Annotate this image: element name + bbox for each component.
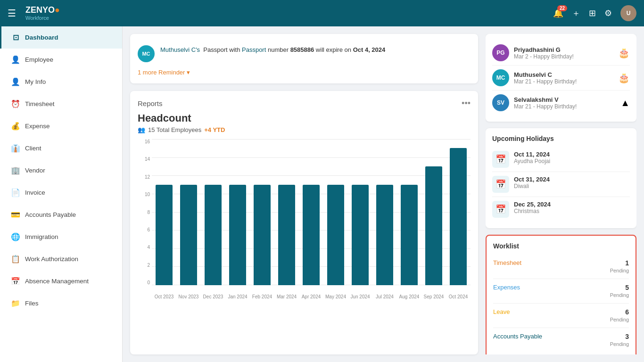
holiday-info-1: Oct 11, 2024 Ayudha Poojai bbox=[514, 151, 630, 165]
holiday-row-2: 📅 Oct 31, 2024 Diwali bbox=[492, 172, 630, 197]
notification-bell[interactable]: 🔔 22 bbox=[553, 8, 563, 18]
sidebar-item-vendor[interactable]: 🏢 Vendor bbox=[0, 159, 122, 181]
sidebar-item-client[interactable]: 👔 Client bbox=[0, 137, 122, 159]
birthday-row-mc: MC Muthuselvi C Mar 21 - Happy Birthday!… bbox=[492, 66, 630, 90]
birthday-name-pg: Priyadhashini G bbox=[514, 46, 613, 53]
sidebar-item-timesheet[interactable]: ⏰ Timesheet bbox=[0, 93, 122, 115]
birthday-name-mc: Muthuselvi C bbox=[514, 71, 613, 78]
worklist-count-leave: 6 Pending bbox=[610, 308, 629, 323]
worklist-pending-accounts-payable: Pending bbox=[610, 341, 629, 347]
worklist-pending-timesheet: Pending bbox=[610, 268, 629, 273]
sidebar-item-work-authorization[interactable]: 📋 Work Authorization bbox=[0, 248, 122, 270]
birthday-cake-icon-sv: ▲ bbox=[620, 98, 630, 108]
x-label-5: Mar 2024 bbox=[275, 294, 298, 299]
sidebar-item-expense[interactable]: 💰 Expense bbox=[0, 115, 122, 137]
x-label-12: Oct 2024 bbox=[446, 294, 470, 299]
x-label-8: Jun 2024 bbox=[348, 294, 372, 299]
sidebar-item-files[interactable]: 📁 Files bbox=[0, 292, 122, 314]
worklist-label-timesheet[interactable]: Timesheet bbox=[493, 259, 521, 266]
bar-group-6 bbox=[299, 139, 323, 285]
sidebar-item-accounts-payable[interactable]: 💳 Accounts Payable bbox=[0, 204, 122, 226]
sidebar-item-invoice[interactable]: 📄 Invoice bbox=[0, 181, 122, 204]
reminder-card: MC Muthuselvi C's Passport with Passport… bbox=[130, 34, 478, 83]
logo-text: ZENYO● bbox=[25, 6, 60, 15]
birthday-row-pg: PG Priyadhashini G Mar 2 - Happy Birthda… bbox=[492, 41, 630, 66]
x-label-0: Oct 2023 bbox=[152, 294, 176, 299]
absence-icon: 📅 bbox=[11, 277, 20, 286]
reminder-row: MC Muthuselvi C's Passport with Passport… bbox=[138, 41, 471, 66]
timesheet-icon: ⏰ bbox=[11, 99, 20, 108]
settings-icon[interactable]: ⚙ bbox=[604, 8, 612, 18]
sidebar-item-immigration[interactable]: 🌐 Immigration bbox=[0, 226, 122, 248]
birthday-cake-icon-mc: 🎂 bbox=[618, 72, 630, 83]
client-icon: 👔 bbox=[11, 144, 20, 153]
birthday-info-sv: Selvalakshmi V Mar 21 - Happy Birthday! bbox=[514, 96, 616, 110]
bar-Apr-2024[interactable] bbox=[303, 185, 320, 285]
bar-group-9 bbox=[372, 139, 397, 285]
hamburger-icon[interactable]: ☰ bbox=[8, 8, 16, 19]
bar-Dec-2023[interactable] bbox=[205, 185, 222, 285]
birthday-card: PG Priyadhashini G Mar 2 - Happy Birthda… bbox=[486, 34, 636, 122]
holiday-name-3: Christmas bbox=[514, 208, 630, 214]
holiday-info-2: Oct 31, 2024 Diwali bbox=[514, 176, 630, 189]
birthday-date-sv: Mar 21 - Happy Birthday! bbox=[514, 103, 616, 110]
holiday-cal-icon-3: 📅 bbox=[492, 201, 509, 218]
sidebar: ⊡ Dashboard 👤 Employee 👤 My Info ⏰ Times… bbox=[0, 26, 123, 362]
bar-Sep-2024[interactable] bbox=[425, 166, 442, 285]
x-label-3: Jan 2024 bbox=[226, 294, 249, 299]
user-avatar[interactable]: U bbox=[620, 5, 636, 21]
logo: ZENYO● Workforce bbox=[25, 6, 60, 21]
holidays-card: Upcoming Holidays 📅 Oct 11, 2024 Ayudha … bbox=[486, 128, 636, 228]
worklist-num-expenses: 5 bbox=[610, 284, 629, 291]
topnav-icons: 🔔 22 ＋ ⊞ ⚙ U bbox=[553, 5, 636, 21]
reports-more-button[interactable]: ••• bbox=[462, 99, 471, 108]
sidebar-label-timesheet: Timesheet bbox=[25, 100, 55, 107]
birthday-info-pg: Priyadhashini G Mar 2 - Happy Birthday! bbox=[514, 46, 613, 60]
worklist-title: Worklist bbox=[493, 242, 629, 250]
bar-May-2024[interactable] bbox=[327, 185, 344, 285]
holidays-title: Upcoming Holidays bbox=[492, 135, 630, 142]
holiday-info-3: Dec 25, 2024 Christmas bbox=[514, 201, 630, 214]
more-reminder-link[interactable]: 1 more Reminder ▾ bbox=[138, 69, 471, 76]
worklist-count-accounts-payable: 3 Pending bbox=[610, 333, 629, 347]
birthday-cake-icon: 🎂 bbox=[618, 47, 630, 58]
sidebar-item-myinfo[interactable]: 👤 My Info bbox=[0, 71, 122, 93]
bar-group-2 bbox=[201, 139, 225, 285]
worklist-label-leave[interactable]: Leave bbox=[493, 308, 510, 315]
x-label-10: Aug 2024 bbox=[397, 294, 421, 299]
holiday-name-2: Diwali bbox=[514, 183, 630, 189]
expense-icon: 💰 bbox=[11, 122, 20, 131]
sidebar-label-invoice: Invoice bbox=[25, 189, 45, 196]
birthday-row-sv: SV Selvalakshmi V Mar 21 - Happy Birthda… bbox=[492, 90, 630, 115]
add-icon[interactable]: ＋ bbox=[572, 8, 580, 19]
sidebar-label-myinfo: My Info bbox=[25, 78, 46, 85]
bar-group-7 bbox=[323, 139, 348, 285]
worklist-label-accounts-payable[interactable]: Accounts Payable bbox=[493, 333, 542, 340]
x-label-4: Feb 2024 bbox=[250, 294, 274, 299]
headcount-chart: 16 14 12 10 8 6 4 2 0 bbox=[138, 139, 471, 299]
bar-Oct-2023[interactable] bbox=[156, 185, 173, 285]
bar-Jul-2024[interactable] bbox=[376, 185, 393, 285]
dashboard-icon: ⊡ bbox=[11, 33, 20, 42]
worklist-label-expenses[interactable]: Expenses bbox=[493, 284, 520, 291]
bar-Mar-2024[interactable] bbox=[278, 185, 295, 285]
sidebar-item-absence-management[interactable]: 📅 Absence Management bbox=[0, 270, 122, 292]
holiday-date-1: Oct 11, 2024 bbox=[514, 151, 630, 158]
bar-Nov-2023[interactable] bbox=[180, 185, 197, 285]
bar-Feb-2024[interactable] bbox=[254, 185, 271, 285]
bar-group-10 bbox=[397, 139, 421, 285]
bar-Jun-2024[interactable] bbox=[352, 185, 369, 285]
grid-icon[interactable]: ⊞ bbox=[589, 8, 596, 18]
x-label-9: Jul 2024 bbox=[373, 294, 396, 299]
sidebar-item-employee[interactable]: 👤 Employee bbox=[0, 49, 122, 71]
vendor-icon: 🏢 bbox=[11, 166, 20, 175]
worklist-num-timesheet: 1 bbox=[610, 259, 629, 267]
ytd-value: +4 YTD bbox=[204, 126, 225, 133]
notification-badge: 22 bbox=[557, 5, 567, 11]
holiday-date-3: Dec 25, 2024 bbox=[514, 201, 630, 208]
sidebar-item-dashboard[interactable]: ⊡ Dashboard bbox=[0, 26, 122, 49]
sidebar-label-accounts-payable: Accounts Payable bbox=[25, 211, 76, 218]
bar-Aug-2024[interactable] bbox=[401, 185, 418, 285]
bar-Oct-2024[interactable] bbox=[450, 148, 467, 285]
bar-Jan-2024[interactable] bbox=[229, 185, 246, 285]
